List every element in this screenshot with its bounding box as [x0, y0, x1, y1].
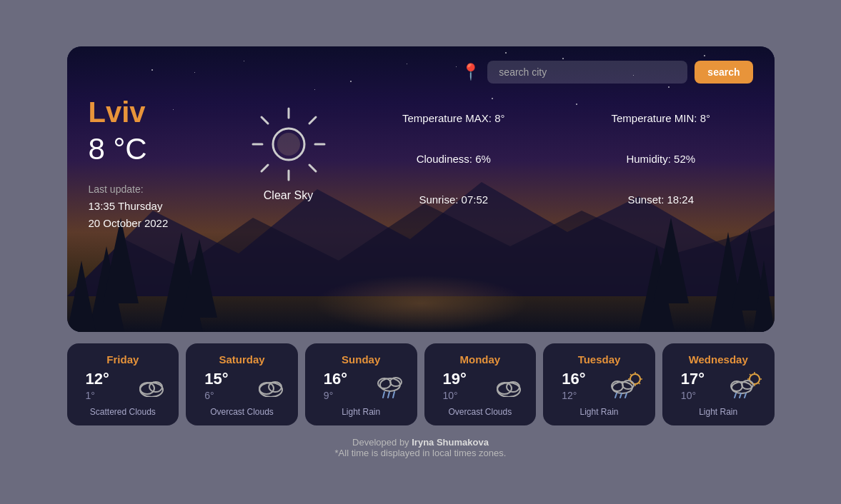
svg-line-33 — [393, 392, 394, 398]
forecast-max: 17° — [681, 370, 705, 388]
svg-line-32 — [388, 392, 389, 398]
forecast-card: Sunday 16° 9° Light Rain — [305, 343, 417, 425]
search-row: 📍 search — [89, 61, 753, 84]
forecast-day: Tuesday — [578, 353, 621, 366]
svg-line-62 — [745, 393, 746, 398]
author-name: Iryna Shumakova — [412, 437, 489, 448]
svg-point-37 — [630, 374, 640, 384]
svg-line-49 — [625, 393, 627, 398]
forecast-temps: 15° 6° — [204, 370, 228, 401]
cloud-icon — [255, 374, 287, 397]
svg-line-60 — [735, 393, 736, 398]
svg-point-21 — [277, 133, 300, 156]
forecast-min: 12° — [562, 390, 577, 401]
weather-description: Clear Sky — [264, 189, 313, 202]
forecast-desc: Light Rain — [342, 407, 380, 417]
forecast-temps: 16° 9° — [324, 370, 347, 401]
developed-by-text: Developed by — [352, 437, 412, 448]
forecast-icon-row: 16° 9° — [312, 370, 410, 401]
forecast-icon-row: 16° 12° — [550, 370, 648, 401]
forecast-card: Tuesday 16° 12° — [543, 343, 655, 425]
forecast-day: Sunday — [342, 353, 380, 366]
forecast-day: Monday — [460, 353, 501, 366]
cloudiness: Cloudiness: 6% — [402, 153, 505, 165]
card-content: 📍 search Lviv 8 °C Last update: 13:35 Th… — [67, 46, 775, 253]
sun-icon — [249, 105, 328, 183]
forecast-icon-row: 15° 6° — [193, 370, 291, 401]
stats-col-right: Temperature MIN: 8° Humidity: 52% Sunset… — [611, 112, 710, 206]
cloud-icon — [136, 374, 167, 397]
svg-line-18 — [309, 117, 316, 124]
last-update-label: Last update: — [89, 183, 217, 195]
cloud-icon — [493, 374, 524, 397]
forecast-day: Friday — [106, 353, 139, 366]
svg-line-47 — [615, 393, 617, 398]
forecast-desc: Light Rain — [699, 407, 737, 417]
svg-line-55 — [750, 374, 751, 376]
forecast-card: Saturday 15° 6° Overcast Clouds — [186, 343, 298, 425]
svg-point-50 — [750, 374, 760, 384]
forecast-day: Saturday — [219, 353, 264, 366]
forecast-max: 12° — [86, 370, 109, 388]
forecast-card: Wednesday 17° 10° — [662, 343, 775, 425]
main-info-row: Lviv 8 °C Last update: 13:35 Thursday 20… — [89, 98, 753, 232]
svg-point-35 — [497, 383, 512, 394]
update-time: 13:35 Thursday — [89, 198, 217, 215]
forecast-min: 6° — [204, 390, 214, 401]
disclaimer-text: *All time is displayed in local times zo… — [335, 448, 507, 458]
sun-area: Clear Sky — [232, 105, 346, 202]
svg-point-59 — [742, 380, 753, 389]
search-input[interactable] — [487, 61, 687, 84]
search-button[interactable]: search — [695, 61, 752, 84]
svg-line-61 — [740, 393, 741, 398]
current-temp: 8 °C — [89, 132, 217, 166]
svg-line-31 — [383, 392, 384, 398]
forecast-min: 1° — [86, 390, 95, 401]
svg-line-19 — [262, 165, 268, 171]
forecast-card: Friday 12° 1° Scattered Clouds — [67, 343, 179, 425]
city-name: Lviv — [89, 98, 217, 126]
rain-sun-icon — [608, 372, 644, 399]
forecast-desc: Overcast Clouds — [449, 407, 512, 417]
forecast-max: 16° — [562, 370, 585, 388]
svg-line-42 — [630, 374, 632, 376]
forecast-icon-row: 12° 1° — [74, 370, 172, 401]
forecast-row: Friday 12° 1° Scattered Clouds Saturday … — [67, 343, 775, 425]
forecast-min: 10° — [681, 390, 696, 401]
svg-marker-4 — [67, 261, 96, 332]
rain-sun-icon — [727, 372, 763, 399]
svg-point-46 — [622, 380, 634, 389]
stats-columns: Temperature MAX: 8° Cloudiness: 6% Sunri… — [360, 112, 753, 206]
forecast-temps: 12° 1° — [86, 370, 109, 401]
forecast-max: 19° — [443, 370, 467, 388]
svg-line-17 — [309, 165, 316, 171]
rain-icon — [374, 372, 406, 399]
svg-line-56 — [758, 383, 760, 384]
forecast-min: 9° — [324, 390, 333, 401]
forecast-desc: Scattered Clouds — [90, 407, 156, 417]
forecast-icon-row: 17° 10° — [670, 370, 767, 401]
svg-point-23 — [140, 383, 154, 394]
forecast-temps: 17° 10° — [681, 370, 705, 401]
temp-max: Temperature MAX: 8° — [402, 112, 505, 124]
forecast-temps: 16° 12° — [562, 370, 585, 401]
location-icon: 📍 — [461, 63, 480, 81]
forecast-max: 15° — [204, 370, 228, 388]
main-card: 📍 search Lviv 8 °C Last update: 13:35 Th… — [67, 46, 775, 332]
forecast-icon-row: 19° 10° — [432, 370, 529, 401]
city-temp-block: Lviv 8 °C Last update: 13:35 Thursday 20… — [89, 98, 217, 232]
svg-line-43 — [639, 383, 640, 384]
forecast-day: Wednesday — [689, 353, 748, 366]
forecast-desc: Light Rain — [580, 407, 619, 417]
stats-col-left: Temperature MAX: 8° Cloudiness: 6% Sunri… — [402, 112, 505, 206]
forecast-desc: Overcast Clouds — [210, 407, 274, 417]
forecast-min: 10° — [443, 390, 458, 401]
svg-line-16 — [262, 117, 268, 124]
temp-min: Temperature MIN: 8° — [611, 112, 710, 124]
svg-line-48 — [620, 393, 622, 398]
sunset: Sunset: 18:24 — [611, 193, 710, 206]
forecast-temps: 19° 10° — [443, 370, 467, 401]
sunrise: Sunrise: 07:52 — [402, 193, 505, 206]
forecast-card: Monday 19° 10° Overcast Clouds — [424, 343, 537, 425]
humidity: Humidity: 52% — [611, 153, 710, 165]
